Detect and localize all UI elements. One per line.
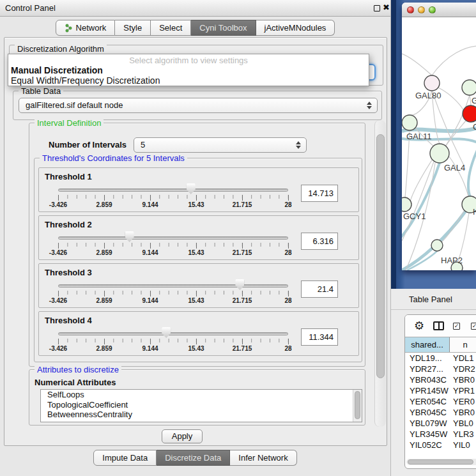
tick-label: 2.859 bbox=[96, 249, 112, 256]
table-row[interactable]: YLR345WYLR3 bbox=[405, 429, 476, 440]
node-top-right[interactable] bbox=[462, 80, 476, 95]
slider-thumb[interactable] bbox=[162, 327, 171, 338]
table-row[interactable]: YPR145WYPR1 bbox=[405, 386, 476, 397]
threshold-1-slider[interactable]: -3.426 2.859 9.144 15.43 21.715 28 bbox=[58, 168, 288, 213]
threshold-1-value-field[interactable]: 14.713 bbox=[301, 185, 338, 202]
column-header-shared-name[interactable]: shared... bbox=[405, 337, 450, 352]
threshold-4-slider[interactable]: -3.426 2.859 9.144 15.43 21.715 28 bbox=[58, 312, 288, 357]
node-gal4[interactable] bbox=[430, 144, 449, 163]
discretization-algorithm-title: Discretization Algorithm bbox=[15, 44, 107, 54]
checkbox-icon[interactable]: ✓ bbox=[453, 323, 460, 330]
table-data-combobox[interactable]: galFiltered.sif default node bbox=[19, 98, 378, 113]
tab-jactivemnodules[interactable]: jActiveMNodules bbox=[256, 20, 335, 36]
node-label-gal4: GAL4 bbox=[444, 163, 465, 173]
combo-arrows-icon bbox=[296, 141, 301, 149]
tick-label: 2.859 bbox=[96, 201, 112, 208]
apply-button[interactable]: Apply bbox=[162, 429, 203, 443]
threshold-2-slider[interactable]: -3.426 2.859 9.144 15.43 21.715 28 bbox=[58, 216, 288, 261]
table-scrollbar-thumb[interactable] bbox=[408, 459, 473, 464]
interval-definition-group: Interval Definition Number of Intervals … bbox=[29, 123, 365, 367]
gear-icon[interactable]: ⚙ bbox=[414, 320, 424, 332]
app-root: Control Panel ✖ Network Style Select bbox=[0, 0, 476, 476]
node-label-cut-g: G bbox=[472, 96, 476, 105]
table-panel: Table Panel ⚙ ✓ ✓ shared... n YDL19...YD… bbox=[391, 289, 476, 476]
tick-label: 21.715 bbox=[233, 345, 252, 352]
dropdown-option-equal-width[interactable]: Equal Width/Frequency Discretization bbox=[8, 75, 369, 86]
tab-style[interactable]: Style bbox=[115, 20, 151, 36]
list-item[interactable]: BetweennessCentrality bbox=[41, 410, 362, 420]
threshold-3-value-field[interactable]: 21.4 bbox=[301, 280, 338, 298]
tick-label: 15.43 bbox=[188, 249, 204, 256]
threshold-3-box: Threshold 3 -3.426 2.859 9.144 15.43 bbox=[38, 263, 359, 308]
settings-scrollbar-thumb[interactable] bbox=[376, 134, 385, 378]
tick-label: -3.426 bbox=[49, 201, 67, 208]
table-row[interactable]: YER054CYER0 bbox=[405, 397, 476, 408]
tab-discretize-data[interactable]: Discretize Data bbox=[157, 450, 230, 466]
tab-impute-data[interactable]: Impute Data bbox=[93, 450, 157, 466]
close-icon[interactable]: ✖ bbox=[383, 3, 390, 12]
network-window-titlebar[interactable] bbox=[402, 3, 476, 17]
tick-label: 2.859 bbox=[96, 345, 112, 352]
table-row[interactable]: YDR27...YDR2 bbox=[405, 364, 476, 375]
table-row[interactable]: YBR043CYBR0 bbox=[405, 375, 476, 386]
slider-tick-labels: -3.426 2.859 9.144 15.43 21.715 28 bbox=[58, 201, 288, 209]
threshold-3-slider[interactable]: -3.426 2.859 9.144 15.43 21.715 28 bbox=[58, 264, 288, 309]
tab-network[interactable]: Network bbox=[56, 20, 116, 36]
list-item[interactable]: SelfLoops bbox=[41, 390, 362, 400]
tick-label: 28 bbox=[284, 249, 291, 256]
tab-infer-network-label: Infer Network bbox=[238, 450, 288, 465]
slider-major-ticks bbox=[58, 195, 289, 201]
settings-scrollbar[interactable] bbox=[374, 120, 386, 427]
node-gal80[interactable] bbox=[424, 75, 440, 91]
threshold-1-box: Threshold 1 -3.426 2.859 9.144 15.43 bbox=[38, 167, 359, 212]
bottom-tab-bar: Impute Data Discretize Data Infer Networ… bbox=[0, 450, 390, 466]
node-label-cut-c: C bbox=[473, 122, 476, 132]
tab-infer-network[interactable]: Infer Network bbox=[230, 450, 296, 466]
table-row[interactable]: YIL052CYIL0 bbox=[405, 440, 476, 451]
threshold-4-value-field[interactable]: 11.344 bbox=[301, 328, 338, 346]
table-horizontal-scrollbar[interactable] bbox=[406, 459, 476, 465]
network-canvas[interactable]: GAL80 GAL11 GAL4 GCY1 HAP2 G C H bbox=[402, 17, 476, 270]
tab-select[interactable]: Select bbox=[151, 20, 191, 36]
checkbox-icon[interactable]: ✓ bbox=[471, 323, 476, 330]
tab-style-label: Style bbox=[123, 20, 142, 35]
table-row[interactable]: YBR045CYBR0 bbox=[405, 408, 476, 418]
minimize-traffic-light-icon[interactable] bbox=[418, 6, 425, 13]
slider-thumb[interactable] bbox=[125, 231, 134, 242]
slider-track bbox=[58, 284, 288, 288]
list-scrollbar-thumb[interactable] bbox=[355, 391, 360, 419]
node-gcy1[interactable] bbox=[402, 197, 411, 211]
tick-label: 21.715 bbox=[233, 297, 252, 304]
table-row[interactable]: YDL19...YDL1 bbox=[405, 353, 476, 364]
number-of-intervals-combobox[interactable]: 5 bbox=[134, 137, 307, 153]
slider-thumb[interactable] bbox=[187, 183, 196, 194]
list-item[interactable]: TopologicalCoefficient bbox=[41, 400, 362, 410]
tab-cyni-toolbox-label: Cyni Toolbox bbox=[199, 20, 247, 35]
close-traffic-light-icon[interactable] bbox=[407, 6, 414, 13]
tab-cyni-toolbox[interactable]: Cyni Toolbox bbox=[191, 20, 256, 36]
column-header-name[interactable]: n bbox=[450, 337, 476, 352]
node-hap2[interactable] bbox=[431, 240, 443, 251]
column-layout-icon[interactable] bbox=[433, 321, 444, 330]
combo-arrows-icon bbox=[367, 102, 372, 109]
top-tab-bar: Network Style Select Cyni Toolbox jActiv… bbox=[0, 20, 390, 36]
control-panel-titlebar: Control Panel ✖ bbox=[0, 0, 390, 17]
tick-label: 28 bbox=[284, 297, 291, 304]
network-view-window[interactable]: GAL80 GAL11 GAL4 GCY1 HAP2 G C H bbox=[402, 3, 476, 270]
node-gal11[interactable] bbox=[402, 115, 417, 130]
network-graph: GAL80 GAL11 GAL4 GCY1 HAP2 G C H bbox=[402, 17, 476, 270]
node-red-selected[interactable] bbox=[463, 105, 476, 122]
zoom-traffic-light-icon[interactable] bbox=[429, 6, 436, 13]
list-scrollbar[interactable] bbox=[353, 390, 362, 422]
numerical-attributes-list[interactable]: SelfLoops TopologicalCoefficient Between… bbox=[40, 389, 362, 422]
dropdown-option-manual[interactable]: Manual Discretization bbox=[8, 65, 369, 75]
slider-thumb[interactable] bbox=[235, 279, 244, 290]
tick-label: 15.43 bbox=[188, 297, 204, 304]
attributes-title: Attributes to discretize bbox=[35, 365, 121, 374]
table-data-title: Table Data bbox=[19, 86, 63, 96]
threshold-2-value-field[interactable]: 6.316 bbox=[301, 233, 338, 250]
tick-label: 21.715 bbox=[233, 249, 252, 256]
table-row[interactable]: YBL079WYBL0 bbox=[405, 418, 476, 429]
float-window-icon[interactable] bbox=[374, 5, 380, 12]
slider-track bbox=[58, 188, 288, 192]
